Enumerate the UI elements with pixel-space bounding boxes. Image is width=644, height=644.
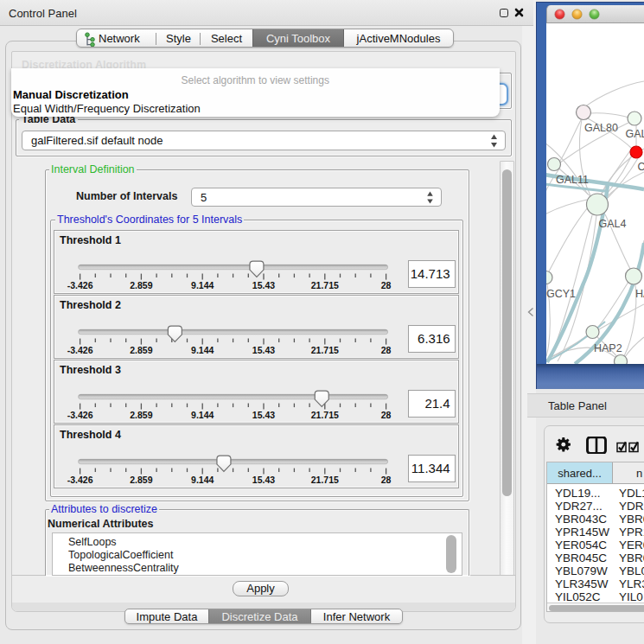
svg-text:28: 28 bbox=[381, 345, 392, 355]
svg-text:21.715: 21.715 bbox=[311, 345, 339, 355]
svg-text:21.715: 21.715 bbox=[311, 475, 339, 485]
svg-text:GAL: GAL bbox=[626, 128, 644, 140]
svg-text:HA: HA bbox=[635, 288, 644, 300]
svg-text:15.43: 15.43 bbox=[252, 280, 275, 290]
svg-text:CY: CY bbox=[638, 161, 644, 173]
svg-text:9.144: 9.144 bbox=[191, 345, 214, 355]
svg-text:21.715: 21.715 bbox=[311, 280, 339, 290]
svg-text:GAL11: GAL11 bbox=[556, 174, 589, 186]
svg-text:9.144: 9.144 bbox=[191, 410, 214, 420]
svg-text:GCY1: GCY1 bbox=[546, 288, 576, 300]
svg-text:2.859: 2.859 bbox=[130, 475, 152, 485]
svg-text:-3.426: -3.426 bbox=[67, 475, 93, 485]
svg-text:GAL80: GAL80 bbox=[584, 122, 618, 134]
svg-text:15.43: 15.43 bbox=[252, 475, 275, 485]
svg-text:15.43: 15.43 bbox=[252, 410, 275, 420]
svg-text:GAL4: GAL4 bbox=[599, 218, 627, 230]
svg-text:9.144: 9.144 bbox=[191, 280, 214, 290]
svg-text:2.859: 2.859 bbox=[130, 345, 152, 355]
svg-text:28: 28 bbox=[381, 280, 392, 290]
svg-text:2.859: 2.859 bbox=[130, 280, 152, 290]
svg-text:2.859: 2.859 bbox=[130, 410, 152, 420]
svg-text:HAP2: HAP2 bbox=[594, 342, 622, 354]
svg-text:28: 28 bbox=[381, 410, 392, 420]
svg-text:28: 28 bbox=[381, 475, 392, 485]
svg-text:-3.426: -3.426 bbox=[67, 345, 93, 355]
svg-text:15.43: 15.43 bbox=[252, 345, 275, 355]
svg-text:9.144: 9.144 bbox=[191, 475, 214, 485]
svg-text:21.715: 21.715 bbox=[311, 410, 339, 420]
svg-text:-3.426: -3.426 bbox=[67, 280, 93, 290]
svg-text:-3.426: -3.426 bbox=[67, 410, 93, 420]
